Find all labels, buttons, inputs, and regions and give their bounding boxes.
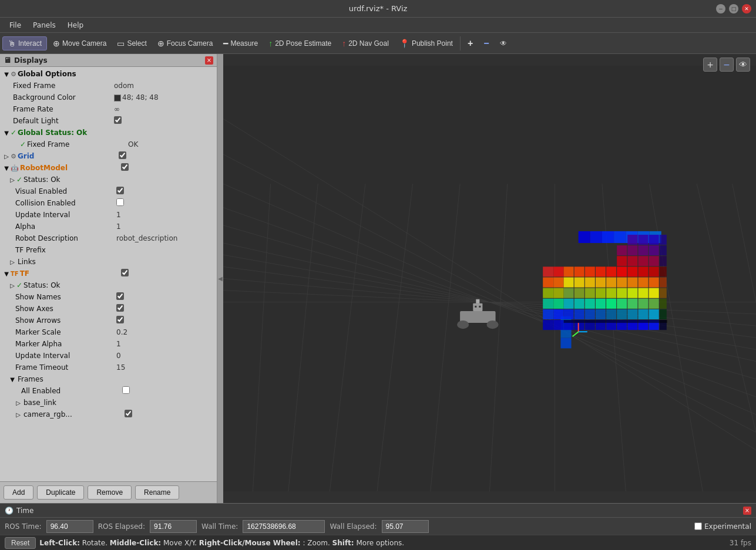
links-label: Links — [16, 258, 116, 266]
experimental-checkbox[interactable] — [694, 522, 702, 530]
tree-row-show-axes: Show Axes — [0, 303, 217, 315]
svg-rect-100 — [660, 256, 667, 266]
fixed-frame-label: Fixed Frame — [12, 82, 112, 90]
marker-alpha-value[interactable]: 1 — [114, 340, 217, 348]
show-arrows-checkbox[interactable] — [116, 316, 124, 323]
tree-row-links: ▷ Links — [0, 256, 217, 268]
toolbar-2d-nav-button[interactable]: ↑ 2D Nav Goal — [337, 37, 394, 50]
bottom-panel: 🕐 Time × ROS Time: ROS Elapsed: Wall Tim… — [0, 503, 756, 550]
viewport-view-button[interactable]: 👁 — [736, 58, 750, 72]
toolbar-zoom-out-button[interactable]: − — [479, 37, 493, 50]
ros-elapsed-input[interactable] — [150, 520, 197, 533]
camera-rgb-checkbox[interactable] — [125, 410, 132, 417]
time-close-button[interactable]: × — [743, 507, 751, 515]
panel-resize-handle[interactable]: ◀ — [217, 54, 223, 503]
toolbar-focus-camera-button[interactable]: ⊕ Focus Camera — [153, 37, 218, 50]
viewport-zoom-out-button[interactable]: − — [720, 58, 734, 72]
displays-close-button[interactable]: × — [205, 56, 213, 65]
expander-frames[interactable]: ▼ — [8, 375, 16, 383]
expander-global-options[interactable]: ▼ — [2, 70, 11, 78]
checkmark-robot-status: ✓ — [16, 176, 22, 184]
toolbar: 🖱 Interact ⊕ Move Camera ▭ Select ⊕ Focu… — [0, 33, 756, 54]
toolbar-separator — [460, 36, 461, 50]
robot-model-checkbox[interactable] — [121, 163, 129, 171]
wall-time-input[interactable] — [243, 520, 325, 533]
svg-rect-93 — [638, 245, 648, 255]
interact-icon: 🖱 — [8, 39, 16, 48]
expander-tf-status[interactable]: ▷ — [8, 281, 16, 289]
expander-grid[interactable]: ▷ — [2, 152, 11, 160]
svg-rect-61 — [574, 288, 584, 298]
marker-scale-label: Marker Scale — [14, 328, 114, 336]
duplicate-button[interactable]: Duplicate — [37, 485, 84, 500]
svg-rect-118 — [543, 320, 553, 330]
menu-help[interactable]: Help — [62, 20, 89, 31]
update-interval-tf-value[interactable]: 0 — [114, 352, 217, 360]
ros-time-label: ROS Time: — [5, 522, 42, 531]
default-light-checkbox[interactable] — [114, 116, 122, 124]
toolbar-view-button[interactable]: 👁 — [495, 38, 512, 49]
svg-rect-68 — [649, 288, 659, 298]
show-axes-checkbox[interactable] — [116, 304, 124, 312]
svg-rect-63 — [596, 288, 606, 298]
expander-tf[interactable]: ▼ — [2, 269, 11, 278]
remove-button[interactable]: Remove — [88, 485, 132, 500]
minimize-button[interactable]: − — [716, 4, 725, 14]
toolbar-move-camera-button[interactable]: ⊕ Move Camera — [48, 37, 111, 50]
visual-enabled-checkbox[interactable] — [116, 187, 124, 194]
global-options-label: Global Options — [16, 70, 116, 78]
wall-elapsed-input[interactable] — [382, 520, 429, 533]
collision-enabled-checkbox[interactable] — [116, 198, 124, 206]
show-names-label: Show Names — [14, 293, 114, 301]
expander-global-status[interactable]: ▼ — [2, 129, 11, 137]
experimental-label: Experimental — [704, 522, 751, 531]
frame-rate-value[interactable]: ∞ — [112, 105, 217, 113]
menu-file[interactable]: File — [4, 20, 27, 31]
menu-panels[interactable]: Panels — [27, 20, 62, 31]
toolbar-zoom-in-button[interactable]: + — [463, 37, 478, 50]
toolbar-2d-pose-button[interactable]: ↑ 2D Pose Estimate — [264, 37, 336, 50]
add-button[interactable]: Add — [4, 485, 33, 500]
grid-checkbox[interactable] — [119, 151, 126, 159]
tree-row-visual-enabled: Visual Enabled — [0, 185, 217, 197]
reset-button[interactable]: Reset — [5, 537, 36, 549]
frame-timeout-value[interactable]: 15 — [114, 363, 217, 372]
expander-robot-model[interactable]: ▼ — [2, 164, 11, 172]
toolbar-measure-button[interactable]: ━ Measure — [219, 37, 263, 50]
svg-rect-116 — [543, 309, 553, 319]
fixed-frame-value[interactable]: odom — [112, 82, 217, 90]
update-interval-robot-value[interactable]: 1 — [114, 211, 217, 219]
marker-scale-value[interactable]: 0.2 — [114, 328, 217, 336]
svg-rect-70 — [574, 277, 584, 287]
viewport-zoom-in-button[interactable]: + — [703, 58, 717, 72]
show-names-checkbox[interactable] — [116, 292, 124, 300]
rename-button[interactable]: Rename — [135, 485, 179, 500]
title-bar: urdf.rviz* - RViz − □ ✕ — [0, 0, 756, 18]
close-button[interactable]: ✕ — [742, 4, 751, 14]
tf-checkbox[interactable] — [121, 269, 129, 276]
expander-camera-rgb[interactable]: ▷ — [14, 410, 22, 419]
toolbar-select-button[interactable]: ▭ Select — [112, 37, 151, 50]
toolbar-publish-point-button[interactable]: 📍 Publish Point — [395, 37, 458, 50]
ros-time-input[interactable] — [46, 520, 93, 533]
robot-model-label: RobotModel — [19, 164, 119, 172]
expander-links[interactable]: ▷ — [8, 258, 16, 266]
expander-base-link[interactable]: ▷ — [14, 399, 22, 407]
robot-description-value[interactable]: robot_description — [114, 234, 217, 242]
all-enabled-checkbox[interactable] — [122, 386, 130, 394]
focus-camera-icon: ⊕ — [157, 39, 164, 48]
expander-robot-status[interactable]: ▷ — [8, 176, 16, 184]
svg-rect-101 — [660, 266, 667, 276]
background-color-value[interactable]: 48; 48; 48 — [112, 93, 217, 102]
alpha-value[interactable]: 1 — [114, 222, 217, 231]
maximize-button[interactable]: □ — [729, 4, 738, 14]
toolbar-interact-button[interactable]: 🖱 Interact — [2, 36, 47, 50]
svg-rect-95 — [627, 235, 637, 245]
svg-rect-71 — [585, 277, 595, 287]
viewport[interactable]: + − 👁 — [223, 54, 756, 503]
checkmark-icon-global-status: ✓ — [11, 129, 16, 137]
tree-row-alpha: Alpha 1 — [0, 221, 217, 232]
svg-rect-117 — [553, 309, 563, 319]
svg-rect-44 — [585, 309, 595, 319]
svg-rect-52 — [574, 299, 584, 309]
